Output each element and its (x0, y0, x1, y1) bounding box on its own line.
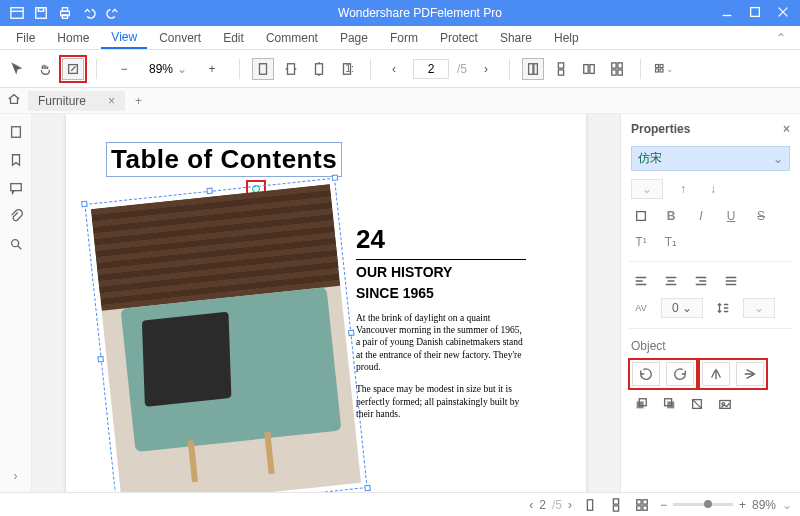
hand-tool-icon[interactable] (34, 58, 56, 80)
font-family-dropdown[interactable]: 仿宋 ⌄ (631, 146, 790, 171)
search-panel-icon[interactable] (8, 236, 24, 252)
increase-size-icon[interactable]: ↑ (673, 180, 693, 198)
attachments-panel-icon[interactable] (8, 208, 24, 224)
svg-rect-25 (656, 69, 659, 72)
minimize-icon[interactable] (720, 5, 734, 22)
font-size-dropdown[interactable]: ⌄ (631, 179, 663, 199)
bookmarks-panel-icon[interactable] (8, 152, 24, 168)
properties-close-icon[interactable]: × (783, 122, 790, 136)
zoom-level-dropdown[interactable]: 89% ⌄ (143, 60, 193, 78)
status-zoom-value[interactable]: 89% (752, 498, 776, 512)
maximize-icon[interactable] (748, 5, 762, 22)
object-section-label: Object (631, 339, 790, 353)
thumbnails-dropdown-icon[interactable]: ⌄ (653, 58, 675, 80)
status-next-page[interactable]: › (568, 498, 572, 512)
superscript-icon[interactable]: T¹ (631, 233, 651, 251)
svg-rect-23 (656, 64, 659, 67)
expand-panel-icon[interactable]: › (8, 468, 24, 484)
selection-outline (84, 178, 367, 492)
zoom-out-button[interactable]: − (113, 58, 135, 80)
status-zoom-in[interactable]: + (739, 498, 746, 512)
save-icon[interactable] (34, 6, 48, 20)
single-page-icon[interactable] (522, 58, 544, 80)
rotate-right-icon[interactable] (666, 362, 694, 386)
toc-heading[interactable]: Table of Contents (106, 142, 342, 177)
char-spacing-input[interactable]: 0 ⌄ (661, 298, 703, 318)
flip-horizontal-icon[interactable] (702, 362, 730, 386)
subscript-icon[interactable]: T₁ (661, 233, 681, 251)
select-tool-icon[interactable] (6, 58, 28, 80)
svg-rect-1 (36, 8, 47, 19)
page-input[interactable]: 2 (413, 59, 449, 79)
bold-icon[interactable]: B (661, 207, 681, 225)
prev-page-button[interactable]: ‹ (383, 58, 405, 80)
menu-share[interactable]: Share (490, 28, 542, 48)
print-icon[interactable] (58, 6, 72, 20)
menu-home[interactable]: Home (47, 28, 99, 48)
new-tab-button[interactable]: + (135, 94, 142, 108)
svg-point-29 (11, 240, 18, 247)
crop-icon[interactable] (687, 395, 707, 413)
menu-help[interactable]: Help (544, 28, 589, 48)
status-single-page-icon[interactable] (580, 496, 600, 514)
menu-file[interactable]: File (6, 28, 45, 48)
char-spacing-icon: AV (631, 299, 651, 317)
undo-icon[interactable] (82, 6, 96, 20)
collapse-ribbon-icon[interactable]: ⌃ (768, 31, 794, 45)
selected-image-object[interactable] (91, 184, 361, 492)
rotate-left-icon[interactable] (632, 362, 660, 386)
actual-size-icon[interactable]: 1:1 (336, 58, 358, 80)
text-column: 24 OUR HISTORY SINCE 1965 At the brink o… (356, 224, 526, 420)
next-page-button[interactable]: › (475, 58, 497, 80)
menu-form[interactable]: Form (380, 28, 428, 48)
flip-vertical-icon[interactable] (736, 362, 764, 386)
thumbnails-panel-icon[interactable] (8, 124, 24, 140)
fit-height-icon[interactable] (308, 58, 330, 80)
svg-rect-21 (612, 69, 616, 74)
menu-page[interactable]: Page (330, 28, 378, 48)
bring-front-icon[interactable] (631, 395, 651, 413)
decrease-size-icon[interactable]: ↓ (703, 180, 723, 198)
align-right-icon[interactable] (691, 272, 711, 290)
comments-panel-icon[interactable] (8, 180, 24, 196)
font-color-icon[interactable] (631, 207, 651, 225)
home-tab-icon[interactable] (6, 92, 22, 109)
chevron-down-icon[interactable]: ⌄ (782, 498, 792, 512)
edit-tool-icon[interactable] (62, 58, 84, 80)
menu-protect[interactable]: Protect (430, 28, 488, 48)
status-grid-icon[interactable] (632, 496, 652, 514)
zoom-in-button[interactable]: + (201, 58, 223, 80)
two-page-icon[interactable] (578, 58, 600, 80)
svg-rect-9 (288, 63, 295, 74)
strikethrough-icon[interactable]: S (751, 207, 771, 225)
send-back-icon[interactable] (659, 395, 679, 413)
fit-width-icon[interactable] (280, 58, 302, 80)
align-justify-icon[interactable] (721, 272, 741, 290)
close-icon[interactable] (776, 5, 790, 22)
document-tab[interactable]: Furniture × (28, 91, 125, 111)
pdf-page: Table of Contents 24 OUR HISTORY SINCE 1… (66, 114, 586, 492)
svg-rect-2 (38, 8, 43, 12)
svg-rect-18 (590, 64, 594, 73)
line-spacing-dropdown[interactable]: ⌄ (743, 298, 775, 318)
align-center-icon[interactable] (661, 272, 681, 290)
status-continuous-icon[interactable] (606, 496, 626, 514)
status-prev-page[interactable]: ‹ (529, 498, 533, 512)
continuous-icon[interactable] (550, 58, 572, 80)
tab-close-icon[interactable]: × (108, 94, 115, 108)
redo-icon[interactable] (106, 6, 120, 20)
menu-edit[interactable]: Edit (213, 28, 254, 48)
replace-image-icon[interactable] (715, 395, 735, 413)
zoom-slider[interactable] (673, 503, 733, 506)
fit-page-icon[interactable] (252, 58, 274, 80)
menu-comment[interactable]: Comment (256, 28, 328, 48)
align-left-icon[interactable] (631, 272, 651, 290)
italic-icon[interactable]: I (691, 207, 711, 225)
underline-icon[interactable]: U (721, 207, 741, 225)
line-spacing-icon[interactable] (713, 299, 733, 317)
document-viewport[interactable]: Table of Contents 24 OUR HISTORY SINCE 1… (32, 114, 620, 492)
two-page-continuous-icon[interactable] (606, 58, 628, 80)
status-zoom-out[interactable]: − (660, 498, 667, 512)
menu-convert[interactable]: Convert (149, 28, 211, 48)
menu-view[interactable]: View (101, 27, 147, 49)
